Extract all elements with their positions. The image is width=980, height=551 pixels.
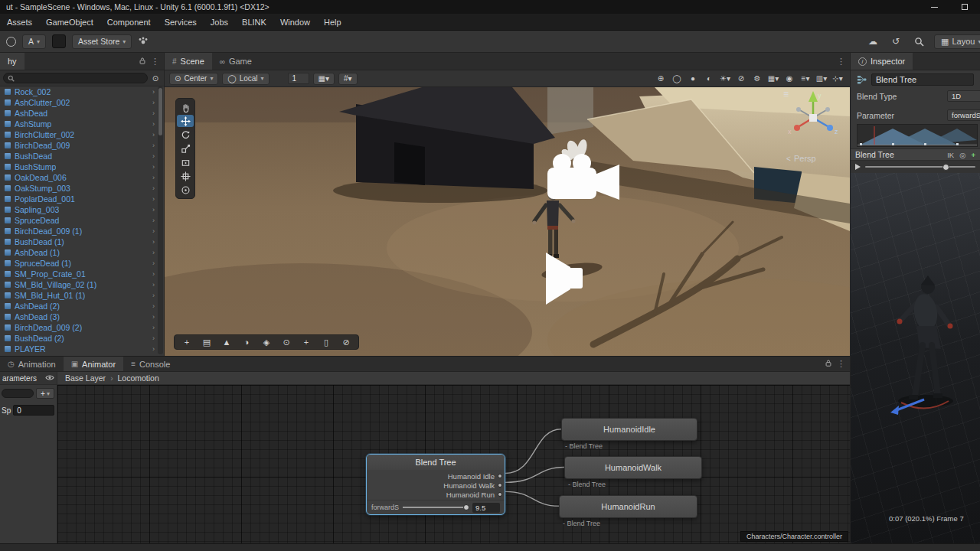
grid-size-field[interactable]: 1 xyxy=(288,73,309,84)
expand-chevron-icon[interactable]: › xyxy=(152,334,155,342)
tab-scene[interactable]: # Scene xyxy=(165,53,212,70)
menu-item[interactable]: Window xyxy=(273,14,317,30)
scene-overlay-tool-button[interactable]: ▯ xyxy=(316,336,336,348)
scene-viewport[interactable]: y x z < Persp ≡ +▤▲◑◈⊙+▯⊘ xyxy=(165,87,850,356)
search-icon[interactable] xyxy=(911,34,926,49)
search-input[interactable] xyxy=(3,73,148,83)
expand-chevron-icon[interactable]: › xyxy=(152,109,155,117)
expand-chevron-icon[interactable]: › xyxy=(152,345,155,353)
hierarchy-item[interactable]: SM_Prop_Crate_01 › xyxy=(0,269,158,279)
asset-store-dropdown[interactable]: Asset Store ▾ xyxy=(72,34,132,49)
hierarchy-item[interactable]: OakStump_003 › xyxy=(0,183,158,194)
scene-overlay-tool-button[interactable]: ▤ xyxy=(197,336,217,348)
preview-play-button[interactable] xyxy=(855,164,861,170)
expand-chevron-icon[interactable]: › xyxy=(152,238,155,246)
expand-chevron-icon[interactable]: › xyxy=(152,217,155,224)
tab-game[interactable]: ∞ Game xyxy=(212,53,260,70)
hierarchy-item[interactable]: AshDead (1) › xyxy=(0,247,158,258)
expand-chevron-icon[interactable]: › xyxy=(152,195,155,203)
slider-thumb[interactable] xyxy=(463,504,469,510)
scene-toolbar-icon[interactable]: ⊹▾ xyxy=(830,73,845,85)
breadcrumb-state[interactable]: Locomotion xyxy=(117,373,158,383)
hierarchy-item[interactable]: BushDead › xyxy=(0,151,158,161)
scene-toolbar-icon[interactable]: ▥▾ xyxy=(814,73,829,85)
slider-thumb[interactable] xyxy=(942,164,949,171)
scene-toolbar-icon[interactable]: ◯ xyxy=(669,73,684,85)
version-control-icon[interactable] xyxy=(52,34,66,48)
parameter-dropdown[interactable]: forwardS xyxy=(947,109,980,121)
scale-tool-button[interactable] xyxy=(177,142,194,155)
tab-animator[interactable]: ▣ Animator xyxy=(64,357,123,371)
motion-field[interactable]: Humanoid Run xyxy=(367,490,505,499)
tab-parameters[interactable]: arameters xyxy=(2,374,37,383)
scene-toolbar-icon[interactable]: ≡▾ xyxy=(798,73,813,85)
expand-chevron-icon[interactable]: › xyxy=(152,324,155,331)
minimize-button[interactable] xyxy=(919,0,949,14)
menu-item[interactable]: Help xyxy=(317,14,348,30)
menu-item[interactable]: BLINK xyxy=(235,14,273,30)
grid-snap-dropdown[interactable]: ▦▾ xyxy=(313,73,335,85)
parameter-row[interactable]: Sp 0 xyxy=(2,405,54,416)
maximize-button[interactable] xyxy=(949,0,980,14)
state-node[interactable]: HumanoidRun xyxy=(559,495,697,518)
move-tool-button[interactable] xyxy=(177,115,194,127)
blink-plugin-icon[interactable] xyxy=(138,36,149,47)
hand-tool-button[interactable] xyxy=(177,101,194,113)
expand-chevron-icon[interactable]: › xyxy=(152,281,155,289)
hierarchy-item[interactable]: Rock_002 › xyxy=(0,86,158,97)
pivot-mode-dropdown[interactable]: ⊙ Center ▾ xyxy=(169,73,218,85)
hierarchy-item[interactable]: OakDead_006 › xyxy=(0,172,158,183)
expand-chevron-icon[interactable]: › xyxy=(152,227,155,235)
hierarchy-item[interactable]: BirchDead_009 (1) › xyxy=(0,226,158,236)
tab-console[interactable]: ≡ Console xyxy=(123,357,178,371)
pivot-toggle-icon[interactable]: ◎ xyxy=(959,151,965,159)
transform-tool-button[interactable] xyxy=(177,170,194,182)
motion-field[interactable]: Humanoid Idle xyxy=(367,471,505,481)
search-filter-icon[interactable]: ⊙ xyxy=(150,72,161,84)
hierarchy-item[interactable]: AshDead (3) › xyxy=(0,311,158,322)
hierarchy-item[interactable]: SpruceDead (1) › xyxy=(0,258,158,269)
scene-toolbar-icon[interactable]: ⊕ xyxy=(653,73,668,85)
scene-overlay-tool-button[interactable]: ◑ xyxy=(237,336,256,348)
scene-toolbar-icon[interactable]: ◉ xyxy=(782,73,797,85)
menu-item[interactable]: GameObject xyxy=(39,14,100,30)
motion-field[interactable]: Humanoid Walk xyxy=(367,481,505,490)
hierarchy-item[interactable]: SM_Bld_Hut_01 (1) › xyxy=(0,290,158,301)
expand-chevron-icon[interactable]: › xyxy=(152,184,155,192)
hierarchy-item[interactable]: SpruceDead › xyxy=(0,215,158,226)
blend-param-value-field[interactable]: 9.5 xyxy=(472,503,500,513)
hierarchy-item[interactable]: BirchDead_009 (2) › xyxy=(0,322,158,333)
hierarchy-item[interactable]: BushStump › xyxy=(0,161,158,172)
scene-overlay-tool-button[interactable]: ▲ xyxy=(217,336,237,348)
menu-item[interactable]: Component xyxy=(100,14,158,30)
lock-icon[interactable] xyxy=(825,359,832,369)
blend-graph[interactable] xyxy=(857,124,978,147)
scene-toolbar-icon[interactable]: ⚙ xyxy=(750,73,765,85)
hierarchy-scrollbar[interactable] xyxy=(158,86,163,354)
preview-speed-slider[interactable] xyxy=(865,166,975,168)
expand-chevron-icon[interactable]: › xyxy=(152,302,155,310)
undo-history-icon[interactable]: ↺ xyxy=(888,34,903,49)
scene-overlay-tool-button[interactable]: ◈ xyxy=(256,336,276,348)
state-node[interactable]: HumanoidWalk xyxy=(564,456,702,479)
add-parameter-button[interactable]: + ▾ xyxy=(36,388,54,399)
scene-overlay-tool-button[interactable]: ⊙ xyxy=(276,336,296,348)
blend-type-dropdown[interactable]: 1D xyxy=(947,90,980,102)
scene-overlay-tool-button[interactable]: ⊘ xyxy=(336,336,356,348)
expand-chevron-icon[interactable]: › xyxy=(152,249,155,256)
hierarchy-item[interactable]: Sapling_003 › xyxy=(0,204,158,215)
scrollbar-thumb[interactable] xyxy=(158,88,162,135)
scene-toolbar-icon[interactable]: ⊘ xyxy=(733,73,749,85)
orientation-dropdown[interactable]: ◯ Local ▾ xyxy=(222,73,269,85)
expand-chevron-icon[interactable]: › xyxy=(152,142,155,149)
hierarchy-item[interactable]: PLAYER › xyxy=(0,344,158,354)
expand-chevron-icon[interactable]: › xyxy=(152,259,155,267)
account-dropdown[interactable]: A ▾ xyxy=(22,34,46,49)
hierarchy-item[interactable]: AshClutter_002 › xyxy=(0,97,158,108)
expand-chevron-icon[interactable]: › xyxy=(152,120,155,128)
expand-chevron-icon[interactable]: › xyxy=(152,206,155,214)
breadcrumb-layer[interactable]: Base Layer xyxy=(65,373,106,383)
scene-toolbar-icon[interactable]: ▦▾ xyxy=(766,73,781,85)
state-node[interactable]: HumanoidIdle xyxy=(561,418,697,441)
eye-icon[interactable] xyxy=(45,373,54,383)
